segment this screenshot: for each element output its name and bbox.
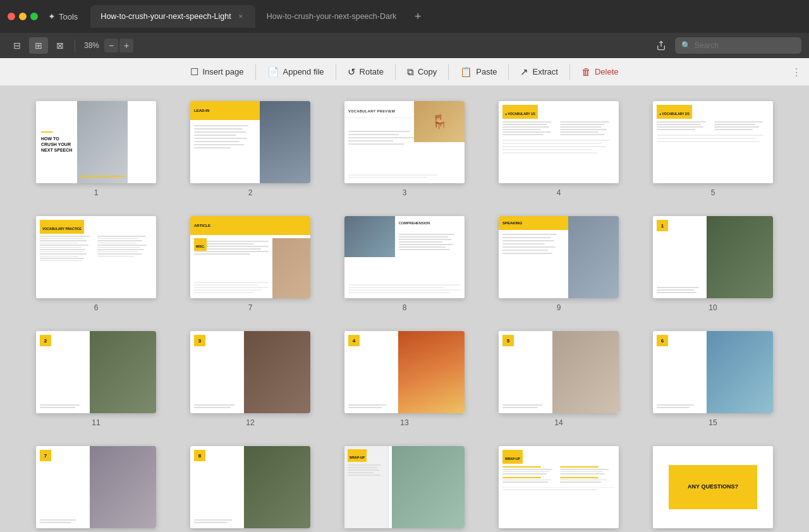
toolbar-separator-1 <box>75 39 75 52</box>
page-number-8: 8 <box>403 303 407 312</box>
page-thumbnail-13[interactable]: 4 <box>344 331 465 413</box>
page-number-1: 1 <box>94 188 99 197</box>
page-thumbnail-12[interactable]: 3 <box>190 331 310 413</box>
tab-1-close[interactable]: ✕ <box>236 12 245 21</box>
zoom-area: 38% − + <box>80 39 133 52</box>
page-thumbnail-17[interactable]: 8 <box>190 446 310 528</box>
page-thumbnail-10[interactable]: 1 <box>653 216 773 298</box>
pages-grid: HOW TOCRUSH YOURNEXT SPEECH 1 LEAD-IN <box>25 101 784 532</box>
paste-icon: 📋 <box>460 66 472 78</box>
extract-button[interactable]: ↗ Extract <box>509 58 569 85</box>
page-item-6[interactable]: VOCABULARY PRACTICE <box>25 216 167 312</box>
page-item-20[interactable]: ANY QUESTIONS? 20 <box>642 446 784 532</box>
page-item-18[interactable]: WRAP-UP 18 <box>334 446 475 532</box>
maximize-button[interactable] <box>30 13 38 20</box>
copy-label: Copy <box>418 67 437 76</box>
sidebar-toggle-button[interactable]: ⊟ <box>8 37 27 54</box>
split-view-button[interactable]: ⊠ <box>51 37 70 54</box>
page-thumbnail-16[interactable]: 7 <box>36 446 156 528</box>
page-item-17[interactable]: 8 17 <box>179 446 321 532</box>
page-number-9: 9 <box>557 303 561 312</box>
page-number-12: 12 <box>246 418 254 427</box>
page-thumbnail-2[interactable]: LEAD-IN <box>190 101 310 183</box>
paste-button[interactable]: 📋 Paste <box>449 58 508 85</box>
rotate-button[interactable]: ↺ Rotate <box>336 58 395 85</box>
delete-button[interactable]: 🗑 Delete <box>570 58 630 85</box>
search-box[interactable]: 🔍 <box>675 37 801 54</box>
page-item-3[interactable]: VOCABULARY PREVIEW 🪑 <box>334 101 475 197</box>
rotate-label: Rotate <box>360 67 384 76</box>
page-item-8[interactable]: COMPREHENSION <box>334 216 475 312</box>
page-item-5[interactable]: ● VOCABULARY 2/2 <box>642 101 784 197</box>
page-item-19[interactable]: WRAP-UP <box>488 446 630 532</box>
delete-label: Delete <box>595 67 619 76</box>
extract-icon: ↗ <box>520 66 528 78</box>
delete-icon: 🗑 <box>581 66 591 77</box>
page-thumbnail-15[interactable]: 6 <box>653 331 773 413</box>
page-thumbnail-6[interactable]: VOCABULARY PRACTICE <box>36 216 156 298</box>
page-number-2: 2 <box>248 188 253 197</box>
share-button[interactable] <box>652 37 670 54</box>
page-item-7[interactable]: ARTICLE <box>179 216 321 312</box>
page-number-10: 10 <box>709 303 717 312</box>
page-item-1[interactable]: HOW TOCRUSH YOURNEXT SPEECH 1 <box>25 101 167 197</box>
tools-menu[interactable]: ✦ Tools <box>48 11 78 21</box>
page-number-11: 11 <box>92 418 100 427</box>
tabs-area: How-to-crush-your-next-speech-Light ✕ Ho… <box>90 5 801 28</box>
page-thumbnail-20[interactable]: ANY QUESTIONS? <box>653 446 773 528</box>
page-thumbnail-5[interactable]: ● VOCABULARY 2/2 <box>653 101 773 183</box>
page-thumbnail-9[interactable]: SPEAKING <box>499 216 619 298</box>
tab-2[interactable]: How-to-crush-your-next-speech-Dark <box>257 5 407 28</box>
traffic-lights <box>8 13 38 20</box>
page-thumbnail-11[interactable]: 2 <box>36 331 156 413</box>
append-file-button[interactable]: 📄 Append file <box>256 58 336 85</box>
page-actions-bar: ☐ Insert page 📄 Append file ↺ Rotate ⧉ C… <box>0 58 809 86</box>
zoom-out-button[interactable]: − <box>104 39 118 52</box>
page-thumbnail-4[interactable]: ● VOCABULARY 1/2 <box>499 101 619 183</box>
tab-2-label: How-to-crush-your-next-speech-Dark <box>267 12 397 21</box>
copy-button[interactable]: ⧉ Copy <box>396 58 448 85</box>
page-item-2[interactable]: LEAD-IN 2 <box>179 101 321 197</box>
page-number-13: 13 <box>400 418 408 427</box>
page-thumbnail-7[interactable]: ARTICLE <box>190 216 310 298</box>
page-thumbnail-18[interactable]: WRAP-UP <box>344 446 465 528</box>
page-item-15[interactable]: 6 15 <box>642 331 784 427</box>
main-content: HOW TOCRUSH YOURNEXT SPEECH 1 LEAD-IN <box>0 86 809 532</box>
tab-1-label: How-to-crush-your-next-speech-Light <box>100 12 231 21</box>
title-bar: ✦ Tools How-to-crush-your-next-speech-Li… <box>0 0 809 33</box>
page-thumbnail-3[interactable]: VOCABULARY PREVIEW 🪑 <box>344 101 465 183</box>
page-number-7: 7 <box>248 303 253 312</box>
page-item-13[interactable]: 4 13 <box>334 331 475 427</box>
add-tab-button[interactable]: + <box>410 9 425 24</box>
page-number-15: 15 <box>709 418 717 427</box>
page-item-12[interactable]: 3 12 <box>179 331 321 427</box>
append-file-label: Append file <box>283 67 324 76</box>
insert-page-button[interactable]: ☐ Insert page <box>179 58 255 85</box>
page-thumbnail-8[interactable]: COMPREHENSION <box>344 216 465 298</box>
extract-label: Extract <box>532 67 557 76</box>
page-number-3: 3 <box>403 188 407 197</box>
zoom-in-button[interactable]: + <box>119 39 133 52</box>
page-item-14[interactable]: 5 14 <box>488 331 630 427</box>
page-item-4[interactable]: ● VOCABULARY 1/2 <box>488 101 630 197</box>
toolbar: ⊟ ⊞ ⊠ 38% − + 🔍 <box>0 33 809 58</box>
page-number-6: 6 <box>94 303 99 312</box>
copy-icon: ⧉ <box>407 66 414 78</box>
page-thumbnail-1[interactable]: HOW TOCRUSH YOURNEXT SPEECH <box>36 101 156 183</box>
page-item-11[interactable]: 2 11 <box>25 331 167 427</box>
grid-view-button[interactable]: ⊞ <box>29 37 48 54</box>
toolbar-right: 🔍 <box>652 37 801 54</box>
page-thumbnail-19[interactable]: WRAP-UP <box>499 446 619 528</box>
page-item-10[interactable]: 1 10 <box>642 216 784 312</box>
more-options-icon[interactable]: ⋮ <box>791 66 801 78</box>
page-item-16[interactable]: 7 16 <box>25 446 167 532</box>
paste-label: Paste <box>476 67 497 76</box>
close-button[interactable] <box>8 13 15 20</box>
page-thumbnail-14[interactable]: 5 <box>499 331 619 413</box>
tools-label: Tools <box>59 12 78 21</box>
page-item-9[interactable]: SPEAKING 9 <box>488 216 630 312</box>
tab-1[interactable]: How-to-crush-your-next-speech-Light ✕ <box>90 5 255 28</box>
search-input[interactable] <box>695 41 795 50</box>
minimize-button[interactable] <box>19 13 27 20</box>
page-number-14: 14 <box>554 418 563 427</box>
